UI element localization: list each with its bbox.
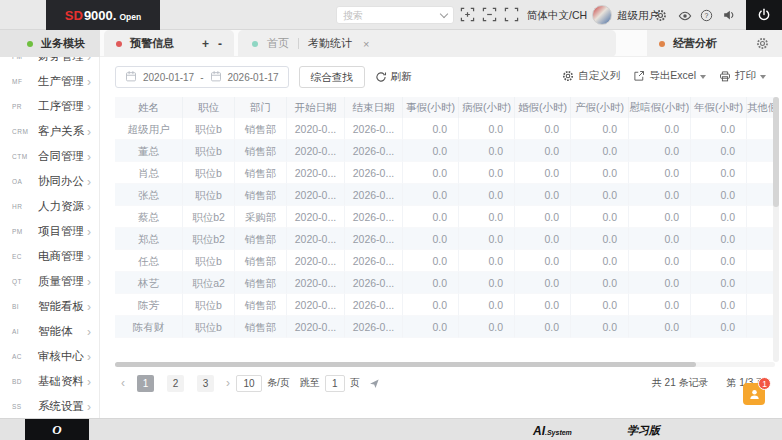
jump-go-icon[interactable] [369,378,380,389]
zoom-out-icon[interactable] [482,7,498,23]
avatar[interactable] [592,5,612,25]
page-button-2[interactable]: 2 [167,375,184,392]
table-cell: 0.0 [571,206,629,228]
table-cell: 0.0 [691,118,747,140]
sidebar-item-ss[interactable]: SS系统设置› [0,394,99,418]
sound-icon[interactable] [722,8,736,22]
page-button-1[interactable]: 1 [137,375,154,392]
table-row[interactable]: 郑总职位b2销售部2020-0...2026-0...0.00.00.00.00… [115,228,775,250]
page-size-input[interactable] [236,375,262,392]
per-page-label: 条/页 [267,376,290,390]
table-row[interactable]: 董总职位b销售部2020-0...2026-0...0.00.00.00.00.… [115,140,775,162]
analysis-header[interactable]: 经营分析 [647,30,782,57]
page-button-3[interactable]: 3 [197,375,214,392]
chevron-down-icon[interactable] [440,9,448,17]
business-module-header[interactable]: 业务模块 [0,30,100,57]
table-cell: 职位b [183,184,235,206]
table-cell: 2026-0... [345,250,403,272]
date-range-picker[interactable]: 2020-01-17 - 2026-01-17 [115,66,289,88]
column-header[interactable]: 姓名 [115,97,183,118]
chevron-right-icon: › [87,100,91,114]
sidebar-item-pm[interactable]: PM项目管理› [0,219,99,244]
sidebar-item-pr[interactable]: PR工序管理› [0,94,99,119]
column-header[interactable]: 其他假(小时) [747,97,775,118]
horizontal-scrollbar[interactable] [115,362,775,367]
app-logo: SD9000.Open [46,0,160,30]
close-icon[interactable]: × [363,38,369,50]
combined-search-button[interactable]: 综合查找 [299,66,365,88]
sidebar-item-hr[interactable]: HR人力资源› [0,194,99,219]
tab-home[interactable]: 首页 [267,36,289,51]
sidebar-item-ai[interactable]: AI智能体› [0,319,99,344]
sidebar-item-ec[interactable]: EC电商管理› [0,244,99,269]
sidebar-item-oa[interactable]: OA协同办公› [0,169,99,194]
table-cell: 2020-0... [287,272,345,294]
column-header[interactable]: 婚假(小时) [515,97,571,118]
table-row[interactable]: 林艺职位a2销售部2020-0...2026-0...0.00.00.00.00… [115,272,775,294]
table-row[interactable]: 肖总职位b销售部2020-0...2026-0...0.00.00.00.00.… [115,162,775,184]
sidebar-item-bd[interactable]: BD基础资料› [0,369,99,394]
table-cell: 0.0 [747,316,775,338]
scrollbar-thumb[interactable] [115,362,696,367]
sidebar-item-ac[interactable]: AC审核中心› [0,344,99,369]
table-row[interactable]: 蔡总职位b2采购部2020-0...2026-0...0.00.00.00.00… [115,206,775,228]
table-cell: 0.0 [515,228,571,250]
table-cell: 0.0 [629,228,691,250]
sidebar-item-abbr: CTM [12,153,38,160]
table-cell: 0.0 [515,316,571,338]
table-row[interactable]: 陈有财职位b销售部2020-0...2026-0...0.00.00.00.00… [115,316,775,338]
column-header[interactable]: 开始日期 [287,97,345,118]
table-cell: 0.0 [403,294,459,316]
remove-button[interactable]: - [218,37,222,51]
sidebar-item-mf[interactable]: MF生产管理› [0,69,99,94]
table-cell: 0.0 [459,228,515,250]
username-label[interactable]: 超级用户 [617,0,659,30]
settings-gear-icon[interactable] [654,8,668,22]
add-button[interactable]: + [202,37,209,51]
date-end-value[interactable]: 2026-01-17 [228,72,279,83]
sidebar-item-ctm[interactable]: CTM合同管理› [0,144,99,169]
table-cell: 2026-0... [345,140,403,162]
vertical-scrollbar[interactable] [773,97,779,362]
theme-eye-icon[interactable] [678,9,692,23]
customize-columns-button[interactable]: 自定义列 [562,69,620,83]
column-header[interactable]: 病假(小时) [459,97,515,118]
column-header[interactable]: 慰唁假(小时) [629,97,691,118]
global-search[interactable] [336,6,454,24]
column-header[interactable]: 职位 [183,97,235,118]
alert-info-header[interactable]: 预警信息 + - [104,30,234,57]
contact-fab-button[interactable]: 1 [743,383,765,405]
search-input[interactable] [343,10,441,21]
prev-page-button[interactable]: ‹ [115,376,131,390]
sidebar-item-fm[interactable]: FM财务管理› [0,57,99,69]
table-cell: 0.0 [515,294,571,316]
table-row[interactable]: 张总职位b销售部2020-0...2026-0...0.00.00.00.00.… [115,184,775,206]
analysis-gear-icon[interactable] [756,37,770,51]
jump-page-input[interactable] [325,375,345,392]
language-switcher[interactable]: 简体中文/CH [527,0,587,30]
tab-attendance-stats[interactable]: 考勤统计 [308,36,352,51]
column-header[interactable]: 产假(小时) [571,97,629,118]
table-cell: 职位b2 [183,228,235,250]
date-start-value[interactable]: 2020-01-17 [143,72,194,83]
sidebar-item-bi[interactable]: BI智能看板› [0,294,99,319]
table-row[interactable]: 超级用户职位b销售部2020-0...2026-0...0.00.00.00.0… [115,118,775,140]
column-header[interactable]: 结束日期 [345,97,403,118]
zoom-in-icon[interactable] [460,7,476,23]
scrollbar-thumb[interactable] [773,97,779,207]
power-icon [757,8,771,22]
next-page-button[interactable]: › [220,376,236,390]
print-button[interactable]: 打印 [719,69,766,83]
export-excel-button[interactable]: 导出Excel [633,69,706,83]
column-header[interactable]: 事假(小时) [403,97,459,118]
power-button[interactable] [746,0,782,30]
help-icon[interactable]: ? [700,8,714,22]
refresh-button[interactable]: 刷新 [375,70,412,84]
table-row[interactable]: 陈芳职位b销售部2020-0...2026-0...0.00.00.00.00.… [115,294,775,316]
table-row[interactable]: 任总职位b销售部2020-0...2026-0...0.00.00.00.00.… [115,250,775,272]
sidebar-item-qt[interactable]: QT质量管理› [0,269,99,294]
column-header[interactable]: 部门 [235,97,287,118]
sidebar-item-crm[interactable]: CRM客户关系› [0,119,99,144]
fullscreen-icon[interactable] [504,7,520,23]
column-header[interactable]: 年假(小时) [691,97,747,118]
